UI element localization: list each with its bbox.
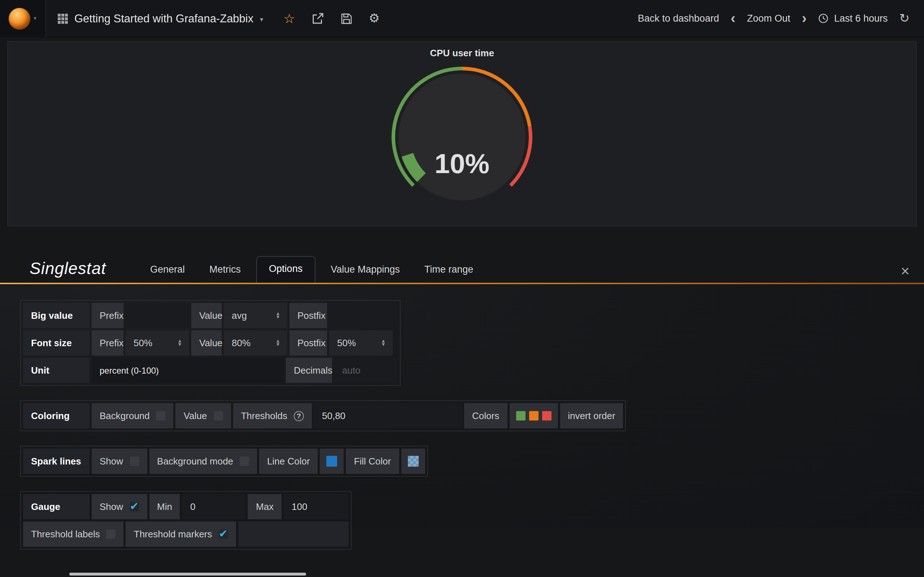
gauge-show-label: Show (100, 501, 123, 512)
spinner-icon: ▴▾ (382, 339, 385, 347)
dashboard-picker[interactable]: Getting Started with Grafana-Zabbix ▾ (46, 0, 275, 37)
tab-general[interactable]: General (138, 258, 197, 283)
dashboard-title: Getting Started with Grafana-Zabbix (74, 12, 254, 25)
value-font-size-selected: 80% (232, 338, 250, 348)
star-icon[interactable]: ☆ (283, 12, 295, 25)
horizontal-scrollbar[interactable] (69, 573, 306, 575)
prefix-label: Prefix (92, 330, 123, 356)
value-font-size-select[interactable]: 80% ▴▾ (224, 330, 287, 356)
gauge-show-toggle[interactable]: Show ✔ (92, 494, 147, 519)
big-value-row-label: Big value (23, 303, 89, 328)
gauge-show-checkbox[interactable]: ✔ (129, 502, 139, 511)
threshold-markers-toggle[interactable]: Threshold markers ✔ (126, 521, 236, 547)
sparkline-show-toggle[interactable]: Show (92, 449, 147, 474)
value-color-label: Value (184, 410, 207, 421)
tab-value-mappings[interactable]: Value Mappings (318, 258, 412, 283)
line-color-swatch[interactable] (327, 456, 338, 467)
orange-color-swatch[interactable] (529, 411, 538, 421)
refresh-icon[interactable]: ↻ (900, 12, 910, 24)
value-color-toggle[interactable]: Value (176, 403, 231, 429)
back-to-dashboard-button[interactable]: Back to dashboard (638, 13, 719, 24)
share-icon[interactable] (312, 12, 324, 24)
big-value-postfix-input[interactable] (329, 303, 393, 328)
panel-type-title: Singlestat (30, 259, 106, 283)
value-label: Value (191, 303, 221, 328)
invert-order-button[interactable]: invert order (560, 403, 624, 429)
postfix-label: Postfix (289, 303, 327, 328)
gauge-min-input[interactable] (182, 494, 246, 519)
threshold-markers-checkbox[interactable]: ✔ (219, 529, 228, 539)
navbar: ▾ Getting Started with Grafana-Zabbix ▾ … (0, 0, 924, 37)
grafana-logo (9, 8, 31, 29)
background-checkbox[interactable] (156, 411, 166, 421)
red-color-swatch[interactable] (542, 411, 551, 421)
background-mode-label: Background mode (157, 456, 233, 467)
value-color-checkbox[interactable] (213, 411, 223, 421)
thresholds-label: Thresholds (241, 410, 287, 421)
value-stat-select[interactable]: avg ▴▾ (224, 303, 287, 328)
panel-title[interactable]: CPU user time (8, 42, 916, 58)
grafana-app: ▾ Getting Started with Grafana-Zabbix ▾ … (0, 0, 924, 577)
spinner-icon: ▴▾ (276, 339, 279, 347)
panel-editor: Singlestat General Metrics Options Value… (0, 250, 924, 528)
threshold-markers-label: Threshold markers (134, 529, 212, 540)
chevron-left-icon[interactable]: ‹ (730, 10, 735, 25)
threshold-display-row: Threshold labels Threshold markers ✔ (23, 521, 349, 547)
prefix-font-size-select[interactable]: 50% ▴▾ (126, 330, 189, 356)
background-mode-checkbox[interactable] (240, 456, 249, 466)
clock-icon (818, 13, 829, 24)
threshold-color-swatches (509, 403, 558, 429)
time-range-picker[interactable]: Last 6 hours (818, 13, 888, 24)
threshold-labels-checkbox[interactable] (107, 529, 116, 539)
chevron-down-icon: ▾ (260, 16, 263, 23)
big-value-prefix-input[interactable] (126, 303, 189, 328)
navbar-right: Back to dashboard ‹ Zoom Out › Last 6 ho… (638, 12, 924, 25)
spinner-icon: ▴▾ (276, 312, 279, 319)
line-color-cell (320, 449, 344, 474)
panel-cpu-user-time: CPU user time 10% (7, 41, 917, 226)
spinner-icon: ▴▾ (178, 339, 181, 347)
grafana-menu-button[interactable]: ▾ (0, 0, 46, 37)
gauge-value-text: 10% (435, 148, 489, 179)
coloring-row-label: Coloring (23, 403, 89, 429)
unit-row: Unit percent (0-100) Decimals (23, 358, 398, 383)
value-label: Value (191, 330, 221, 356)
options-form: Big value Prefix Value avg ▴▾ Postfix Fo… (0, 284, 924, 528)
decimals-input[interactable] (334, 358, 398, 383)
help-icon[interactable]: ? (294, 411, 304, 421)
threshold-labels-label: Threshold labels (31, 529, 100, 540)
gauge-max-input[interactable] (284, 494, 349, 519)
chevron-right-icon[interactable]: › (802, 10, 807, 25)
tab-metrics[interactable]: Metrics (197, 258, 253, 283)
thresholds-input[interactable] (314, 403, 462, 429)
unit-picker[interactable]: percent (0-100) (92, 358, 284, 383)
green-color-swatch[interactable] (516, 411, 525, 421)
sparklines-row: Spark lines Show Background mode Line Co… (23, 449, 425, 474)
background-toggle[interactable]: Background (92, 403, 174, 429)
tab-time-range[interactable]: Time range (412, 258, 486, 283)
value-stat-selected: avg (232, 310, 247, 321)
background-mode-toggle[interactable]: Background mode (149, 449, 257, 474)
fill-color-swatch[interactable] (407, 456, 418, 467)
editor-tabs: General Metrics Options Value Mappings T… (138, 256, 485, 283)
background-label: Background (100, 410, 150, 421)
fill-color-label: Fill Color (346, 449, 399, 474)
tab-options[interactable]: Options (256, 256, 315, 283)
prefix-font-size-selected: 50% (134, 338, 152, 348)
gauge-container: 10% (8, 63, 916, 207)
editor-header: Singlestat General Metrics Options Value… (0, 250, 924, 283)
chevron-down-icon: ▾ (34, 15, 36, 22)
zoom-out-button[interactable]: Zoom Out (747, 13, 790, 24)
threshold-labels-toggle[interactable]: Threshold labels (23, 521, 124, 547)
fill-color-cell (401, 449, 425, 474)
postfix-label: Postfix (289, 330, 327, 356)
close-icon[interactable]: × (901, 263, 909, 283)
postfix-font-size-selected: 50% (337, 338, 356, 348)
sparkline-show-checkbox[interactable] (129, 456, 139, 466)
postfix-font-size-select[interactable]: 50% ▴▾ (329, 330, 393, 356)
save-icon[interactable] (341, 13, 352, 24)
prefix-label: Prefix (92, 303, 123, 328)
coloring-row: Coloring Background Value Thresholds ? (23, 403, 624, 429)
gauge-row: Gauge Show ✔ Min Max (23, 494, 349, 519)
gear-icon[interactable]: ⚙ (369, 12, 380, 24)
